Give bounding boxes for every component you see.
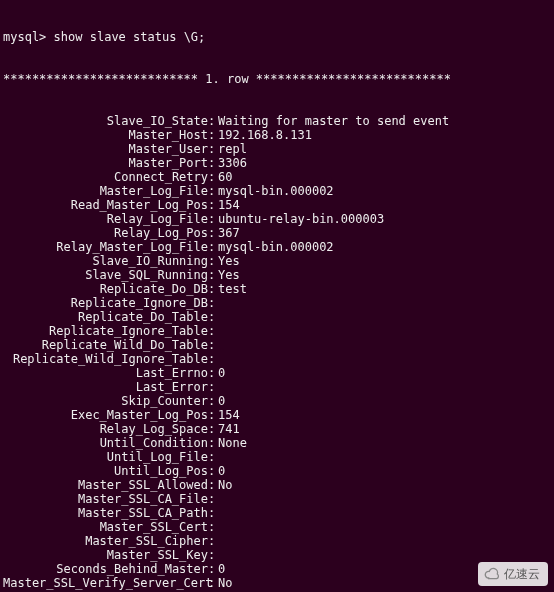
separator: : [208, 338, 218, 352]
status-label: Until_Log_Pos [3, 464, 208, 478]
status-row: Master_Host: 192.168.8.131 [3, 128, 551, 142]
status-fields: Slave_IO_State: Waiting for master to se… [3, 114, 551, 592]
separator: : [208, 198, 218, 212]
status-label: Replicate_Ignore_Table [3, 324, 208, 338]
separator: : [208, 562, 218, 576]
status-value: 192.168.8.131 [218, 128, 551, 142]
status-value [218, 296, 551, 310]
separator: : [208, 534, 218, 548]
status-row: Read_Master_Log_Pos: 154 [3, 198, 551, 212]
status-label: Master_SSL_Allowed [3, 478, 208, 492]
status-row: Seconds_Behind_Master: 0 [3, 562, 551, 576]
status-row: Master_SSL_Allowed: No [3, 478, 551, 492]
status-row: Last_Errno: 0 [3, 366, 551, 380]
status-label: Master_Host [3, 128, 208, 142]
watermark-text: 亿速云 [504, 567, 540, 581]
status-row: Relay_Log_File: ubuntu-relay-bin.000003 [3, 212, 551, 226]
status-value [218, 352, 551, 366]
status-value [218, 534, 551, 548]
prompt-command: show slave status \G; [54, 30, 206, 44]
separator: : [208, 282, 218, 296]
status-value: 3306 [218, 156, 551, 170]
status-label: Replicate_Wild_Ignore_Table [3, 352, 208, 366]
status-label: Skip_Counter [3, 394, 208, 408]
status-value: None [218, 436, 551, 450]
status-row: Replicate_Wild_Do_Table: [3, 338, 551, 352]
status-value: Waiting for master to send event [218, 114, 551, 128]
separator: : [208, 520, 218, 534]
status-value [218, 450, 551, 464]
status-row: Master_SSL_Cipher: [3, 534, 551, 548]
status-value: 0 [218, 464, 551, 478]
separator: : [208, 170, 218, 184]
separator: : [208, 394, 218, 408]
separator: : [208, 408, 218, 422]
separator: : [208, 142, 218, 156]
status-row: Skip_Counter: 0 [3, 394, 551, 408]
status-row: Master_SSL_Key: [3, 548, 551, 562]
status-value: 60 [218, 170, 551, 184]
status-row: Until_Log_Pos: 0 [3, 464, 551, 478]
status-value [218, 548, 551, 562]
watermark: 亿速云 [478, 562, 548, 586]
status-label: Master_SSL_CA_Path [3, 506, 208, 520]
status-value [218, 338, 551, 352]
status-label: Until_Log_File [3, 450, 208, 464]
row-header: *************************** 1. row *****… [3, 72, 551, 86]
status-row: Relay_Log_Pos: 367 [3, 226, 551, 240]
separator: : [208, 464, 218, 478]
status-label: Replicate_Do_DB [3, 282, 208, 296]
status-label: Master_SSL_Key [3, 548, 208, 562]
status-label: Relay_Log_Space [3, 422, 208, 436]
status-value: 367 [218, 226, 551, 240]
separator: : [208, 296, 218, 310]
status-row: Replicate_Ignore_Table: [3, 324, 551, 338]
status-label: Until_Condition [3, 436, 208, 450]
status-row: Exec_Master_Log_Pos: 154 [3, 408, 551, 422]
status-value [218, 520, 551, 534]
status-label: Last_Error [3, 380, 208, 394]
status-row: Connect_Retry: 60 [3, 170, 551, 184]
status-label: Slave_IO_State [3, 114, 208, 128]
separator: : [208, 422, 218, 436]
status-label: Master_SSL_Verify_Server_Cert [3, 576, 208, 590]
status-label: Replicate_Do_Table [3, 310, 208, 324]
prompt-line: mysql> show slave status \G; [3, 30, 551, 44]
terminal-output[interactable]: mysql> show slave status \G; ***********… [0, 0, 554, 592]
status-value [218, 380, 551, 394]
status-row: Master_User: repl [3, 142, 551, 156]
status-label: Master_SSL_Cert [3, 520, 208, 534]
status-value [218, 324, 551, 338]
status-label: Master_Port [3, 156, 208, 170]
separator: : [208, 310, 218, 324]
separator: : [208, 128, 218, 142]
status-value: repl [218, 142, 551, 156]
status-label: Read_Master_Log_Pos [3, 198, 208, 212]
status-label: Master_Log_File [3, 184, 208, 198]
status-value: No [218, 478, 551, 492]
status-label: Replicate_Wild_Do_Table [3, 338, 208, 352]
status-row: Master_SSL_CA_Path: [3, 506, 551, 520]
separator: : [208, 576, 218, 590]
prompt-prefix: mysql> [3, 30, 46, 44]
status-label: Replicate_Ignore_DB [3, 296, 208, 310]
status-label: Seconds_Behind_Master [3, 562, 208, 576]
status-row: Until_Log_File: [3, 450, 551, 464]
status-label: Relay_Log_Pos [3, 226, 208, 240]
status-value: Yes [218, 268, 551, 282]
separator: : [208, 352, 218, 366]
status-value: mysql-bin.000002 [218, 240, 551, 254]
status-label: Relay_Log_File [3, 212, 208, 226]
status-label: Master_SSL_CA_File [3, 492, 208, 506]
status-row: Replicate_Wild_Ignore_Table: [3, 352, 551, 366]
status-label: Master_User [3, 142, 208, 156]
status-value: mysql-bin.000002 [218, 184, 551, 198]
status-row: Replicate_Do_DB: test [3, 282, 551, 296]
status-value: 0 [218, 394, 551, 408]
status-row: Master_Port: 3306 [3, 156, 551, 170]
status-label: Slave_IO_Running [3, 254, 208, 268]
status-value [218, 310, 551, 324]
separator: : [208, 212, 218, 226]
separator: : [208, 548, 218, 562]
separator: : [208, 226, 218, 240]
